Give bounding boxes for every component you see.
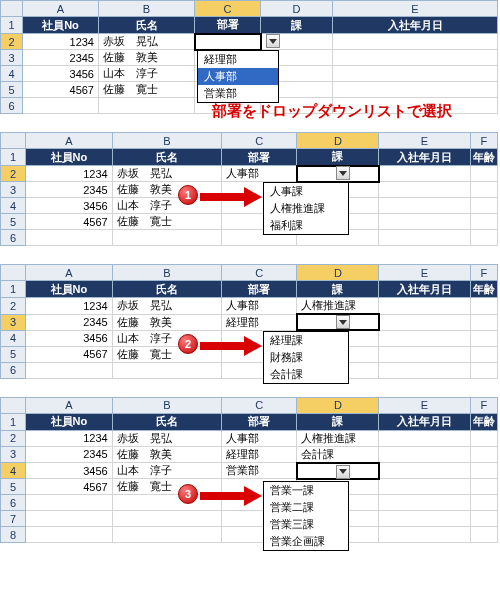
dd-opt[interactable]: 営業部 (198, 85, 278, 102)
grid-3: ABCDEF 1社員No氏名部署課入社年月日年齢 21234赤坂 晃弘人事部人権… (0, 264, 498, 379)
dd-opt[interactable]: 会計課 (264, 366, 348, 383)
column-headers: A B C D E (1, 1, 498, 17)
dropdown-list-dept[interactable]: 経理部 人事部 営業部 (197, 50, 279, 103)
col-D[interactable]: D (261, 1, 333, 17)
panel-1: A B C D E 1 社員No 氏名 部署 課 入社年月日 21234赤坂 晃… (0, 0, 500, 114)
arrow-icon (200, 187, 262, 207)
emp-name[interactable]: 赤坂 晃弘 (99, 34, 195, 50)
step-badge-3: 3 (178, 484, 198, 504)
annotation-text: 部署をドロップダウンリストで選択 (212, 102, 452, 121)
col-B[interactable]: B (99, 1, 195, 17)
row-6[interactable]: 6 (1, 98, 23, 114)
svg-marker-1 (200, 336, 262, 356)
dd-opt[interactable]: 経理課 (264, 332, 348, 349)
row-2[interactable]: 2 (1, 34, 23, 50)
col-C[interactable]: C (195, 1, 261, 17)
dd-opt[interactable]: 福利課 (264, 217, 348, 234)
dropdown-button[interactable] (336, 315, 350, 329)
corner[interactable] (1, 1, 23, 17)
dd-opt[interactable]: 営業一課 (264, 482, 348, 499)
dept-cell-dropdown[interactable] (195, 34, 261, 50)
dropdown-button[interactable] (336, 465, 350, 479)
col-E[interactable]: E (333, 1, 498, 17)
header-row: 1 社員No 氏名 部署 課 入社年月日 (1, 17, 498, 34)
dd-opt[interactable]: 営業二課 (264, 499, 348, 516)
step-badge-1: 1 (178, 185, 198, 205)
dd-opt-selected[interactable]: 人事部 (198, 68, 278, 85)
dd-opt[interactable]: 営業三課 (264, 516, 348, 533)
dd-opt[interactable]: 経理部 (198, 51, 278, 68)
dropdown-button[interactable] (266, 34, 280, 48)
dropdown-button[interactable] (336, 166, 350, 180)
hdr-name: 氏名 (99, 17, 195, 34)
dd-opt[interactable]: 営業企画課 (264, 533, 348, 550)
dept-cell[interactable]: 人事部 (222, 166, 297, 182)
dd-opt[interactable]: 人事課 (264, 183, 348, 200)
arrow-icon (200, 336, 262, 356)
hdr-date: 入社年月日 (333, 17, 498, 34)
row-5[interactable]: 5 (1, 82, 23, 98)
dropdown-list-ka[interactable]: 営業一課 営業二課 営業三課 営業企画課 (263, 481, 349, 551)
hdr-ka: 課 (261, 17, 333, 34)
dd-opt[interactable]: 人権推進課 (264, 200, 348, 217)
arrow-icon (200, 486, 262, 506)
dd-opt[interactable]: 財務課 (264, 349, 348, 366)
dropdown-list-ka[interactable]: 経理課 財務課 会計課 (263, 331, 349, 384)
hdr-dept: 部署 (195, 17, 261, 34)
row-3[interactable]: 3 (1, 50, 23, 66)
col-A[interactable]: A (23, 1, 99, 17)
hdr-no: 社員No (23, 17, 99, 34)
step-badge-2: 2 (178, 334, 198, 354)
grid-4: ABCDEF 1社員No氏名部署課入社年月日年齢 21234赤坂 晃弘人事部人権… (0, 397, 498, 544)
svg-marker-0 (200, 187, 262, 207)
svg-marker-2 (200, 486, 262, 506)
emp-no[interactable]: 1234 (23, 34, 99, 50)
dropdown-list-ka[interactable]: 人事課 人権推進課 福利課 (263, 182, 349, 235)
row-4[interactable]: 4 (1, 66, 23, 82)
row-1[interactable]: 1 (1, 17, 23, 34)
panel-4: ABCDEF 1社員No氏名部署課入社年月日年齢 21234赤坂 晃弘人事部人権… (0, 397, 500, 544)
panel-3: ABCDEF 1社員No氏名部署課入社年月日年齢 21234赤坂 晃弘人事部人権… (0, 264, 500, 379)
panel-2: ABCDEF 1社員No氏名部署課入社年月日年齢 21234赤坂 晃弘人事部 3… (0, 132, 500, 246)
